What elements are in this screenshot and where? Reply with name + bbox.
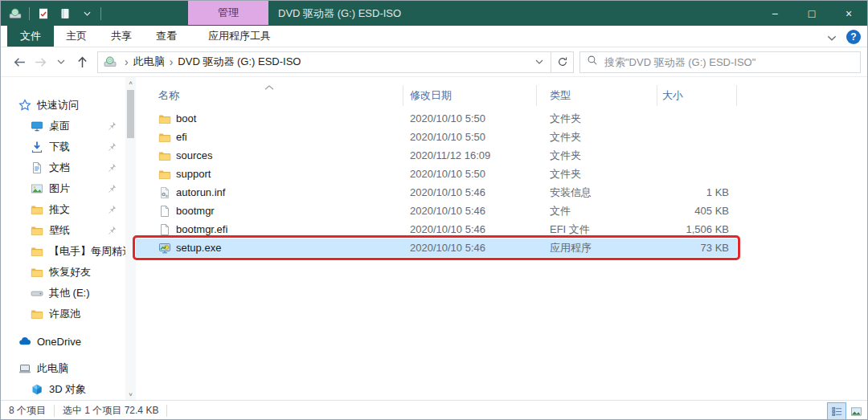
sidebar-item[interactable]: 3D 对象 (1, 379, 125, 400)
pin-icon (107, 162, 117, 173)
thumbnails-view-button[interactable] (846, 402, 866, 420)
file-date: 2020/10/10 5:46 (403, 220, 537, 239)
navigation-pane: 快速访问桌面下载文档图片推文壁纸【电手】每周精选恢复好友其他 (E:)许愿池On… (1, 77, 125, 400)
file-type: 文件夹 (537, 146, 657, 165)
help-button[interactable]: ? (846, 30, 861, 44)
file-name: autorun.inf (176, 186, 225, 198)
breadcrumb-separator: › (120, 55, 133, 68)
sidebar-item-label: 壁纸 (49, 223, 70, 238)
file-date: 2020/10/10 5:46 (403, 239, 537, 257)
customize-toolbar-dropdown[interactable] (79, 6, 95, 22)
sidebar-item[interactable]: 此电脑 (1, 358, 125, 379)
minimize-button[interactable]: − (756, 1, 793, 26)
refresh-button[interactable] (551, 51, 574, 73)
file-name-cell[interactable]: sources (136, 146, 403, 165)
up-button[interactable] (72, 51, 92, 72)
details-view-button[interactable] (827, 402, 846, 420)
column-header-size[interactable]: 大小 (657, 85, 737, 106)
sidebar-item-label: 下载 (49, 140, 70, 154)
file-name-cell[interactable]: autorun.inf (136, 183, 403, 202)
sidebar-item[interactable]: 快速访问 (1, 95, 125, 116)
sidebar-item[interactable]: 图片 (1, 178, 125, 199)
expand-ribbon-chevron-icon[interactable] (827, 30, 837, 44)
file-date: 2020/10/10 5:50 (403, 165, 537, 183)
file-row[interactable]: bootmgr2020/10/10 5:46文件405 KB (136, 202, 737, 220)
file-row[interactable]: bootmgr.efi2020/10/10 5:46EFI 文件1,506 KB (136, 220, 737, 239)
maximize-button[interactable]: □ (793, 1, 830, 26)
breadcrumb-this-pc[interactable]: 此电脑 (133, 55, 165, 69)
status-divider (166, 405, 167, 417)
file-name-cell[interactable]: bootmgr.efi (136, 220, 403, 239)
search-input[interactable] (604, 56, 854, 68)
file-rows: boot2020/10/10 5:50文件夹efi2020/10/10 5:50… (136, 109, 867, 257)
file-name-cell[interactable]: bootmgr (136, 202, 403, 220)
download-icon (31, 141, 43, 153)
sidebar-item[interactable]: OneDrive (1, 331, 125, 352)
file-name: setup.exe (176, 242, 221, 254)
titlebar: 管理 DVD 驱动器 (G:) ESD-ISO − □ × (1, 1, 867, 26)
sidebar-item[interactable]: 桌面 (1, 116, 125, 137)
file-date: 2020/11/12 16:09 (403, 146, 537, 165)
file-name-cell[interactable]: setup.exe (136, 239, 403, 257)
file-name-cell[interactable]: efi (136, 128, 403, 146)
status-bar: 8 个项目 选中 1 个项目 72.4 KB (1, 400, 867, 420)
sidebar-item[interactable]: 推文 (1, 199, 125, 220)
scrollbar-track[interactable] (125, 88, 136, 389)
file-date: 2020/10/10 5:46 (403, 202, 537, 220)
ribbon-tab-3[interactable]: 查看 (144, 26, 189, 47)
sidebar-item[interactable]: 恢复好友 (1, 262, 125, 283)
drive-icon (31, 287, 43, 300)
sidebar-item[interactable]: 许愿池 (1, 304, 125, 324)
ribbon-tab-4[interactable]: 应用程序工具 (199, 26, 280, 47)
main-content: 快速访问桌面下载文档图片推文壁纸【电手】每周精选恢复好友其他 (E:)许愿池On… (1, 77, 867, 400)
properties-button[interactable] (35, 6, 51, 22)
file-row[interactable]: boot2020/10/10 5:50文件夹 (136, 109, 737, 128)
file-name: bootmgr (176, 205, 215, 217)
file-name: sources (176, 149, 213, 161)
file-size: 405 KB (657, 202, 737, 220)
view-toggles (827, 401, 866, 420)
back-button[interactable] (9, 51, 30, 72)
scrollbar-thumb[interactable] (127, 90, 134, 138)
pin-icon (107, 183, 117, 194)
file-type: 应用程序 (537, 239, 657, 257)
ribbon-tab-2[interactable]: 共享 (99, 26, 144, 47)
column-header-type[interactable]: 类型 (537, 85, 657, 106)
sidebar-item[interactable]: 壁纸 (1, 220, 125, 241)
file-name-cell[interactable]: boot (136, 109, 403, 128)
sidebar-item[interactable]: 下载 (1, 137, 125, 157)
ribbon-tab-1[interactable]: 主页 (54, 26, 99, 47)
column-header-date[interactable]: 修改日期 (403, 85, 537, 106)
address-dropdown-chevron-icon[interactable] (528, 59, 551, 64)
address-breadcrumb-box[interactable]: › 此电脑 › DVD 驱动器 (G:) ESD-ISO (97, 51, 551, 73)
file-row[interactable]: setup.exe2020/10/10 5:46应用程序73 KB (136, 239, 737, 257)
toolbar-divider (100, 7, 101, 20)
new-folder-button[interactable] (57, 6, 73, 22)
file-row[interactable]: efi2020/10/10 5:50文件夹 (136, 128, 737, 146)
ribbon-tab-file[interactable]: 文件 (7, 26, 54, 47)
search-box[interactable] (579, 51, 861, 73)
desktop-icon (31, 120, 43, 133)
file-size (657, 128, 737, 146)
sidebar-scrollbar[interactable]: ˄ ˅ (125, 77, 136, 400)
scroll-down-icon[interactable]: ˅ (129, 389, 133, 400)
sidebar-item-label: 文档 (49, 161, 70, 175)
folder-icon (158, 149, 171, 162)
file-row[interactable]: sources2020/11/12 16:09文件夹 (136, 146, 737, 165)
sidebar-item[interactable]: 【电手】每周精选 (1, 241, 125, 262)
sidebar-item-label: 此电脑 (37, 361, 68, 376)
file-name-cell[interactable]: support (136, 165, 403, 183)
close-button[interactable]: × (830, 1, 867, 26)
forward-button[interactable] (30, 51, 51, 72)
sort-ascending-icon (264, 79, 274, 93)
breadcrumb-current-location[interactable]: DVD 驱动器 (G:) ESD-ISO (178, 55, 301, 69)
manage-contextual-tab[interactable]: 管理 (188, 1, 268, 25)
file-row[interactable]: support2020/10/10 5:50文件夹 (136, 165, 737, 183)
file-row[interactable]: autorun.inf2020/10/10 5:46安装信息1 KB (136, 183, 737, 202)
recent-locations-dropdown[interactable] (51, 51, 72, 72)
sidebar-item[interactable]: 文档 (1, 157, 125, 178)
file-type: EFI 文件 (537, 220, 657, 239)
scroll-up-icon[interactable]: ˄ (129, 77, 133, 88)
3d-cube-icon (31, 383, 43, 396)
sidebar-item[interactable]: 其他 (E:) (1, 283, 125, 304)
